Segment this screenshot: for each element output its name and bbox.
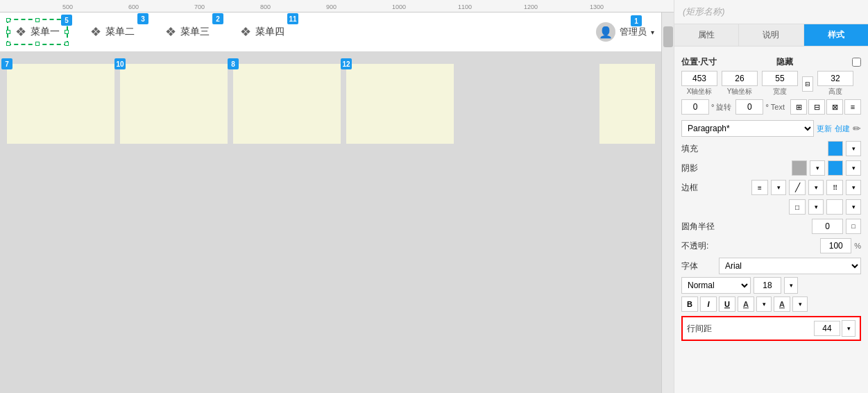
rotation-row: ° 旋转 ° Text ⊞ ⊟ ⊠ ≡	[681, 99, 861, 115]
fill-row: 填充 ▾	[681, 141, 861, 156]
hidden-checkbox[interactable]	[852, 58, 861, 67]
font-color-icon: A	[743, 300, 749, 308]
highlight-icon: A	[779, 300, 785, 308]
position-label: 位置·尺寸	[681, 56, 717, 68]
align-btn-2[interactable]: ⊟	[808, 99, 825, 115]
ruler-mark-800: 800	[260, 3, 271, 10]
pos-x-group: X轴坐标	[681, 71, 717, 97]
content-box-4[interactable]: 12	[346, 64, 454, 144]
highlight-btn[interactable]: A	[774, 296, 790, 312]
corner-radius-dropdown[interactable]: □	[846, 219, 861, 234]
tab-style[interactable]: 样式	[804, 24, 868, 46]
font-color-btn[interactable]: A	[738, 296, 754, 312]
handle-tl	[6, 18, 10, 22]
rot-y-group: ° Text	[735, 99, 785, 115]
update-label[interactable]: 更新	[817, 124, 832, 134]
size-input[interactable]	[754, 277, 781, 294]
linespacing-dropdown[interactable]: ▾	[842, 320, 856, 337]
nav-icon-4: ❖	[240, 24, 251, 40]
font-color-dropdown[interactable]: ▾	[756, 296, 772, 312]
nav-bar: 5 ❖ 菜单一 3 ❖ 菜单二 2 ❖ 菜单三 11	[0, 12, 661, 51]
create-label[interactable]: 创建	[835, 124, 850, 134]
align-btn-4[interactable]: ≡	[844, 99, 861, 115]
ruler: 500 600 700 800 900 1000 1100 1200 1300	[0, 0, 674, 12]
shadow-row: 阴影 ▾ ▾	[681, 160, 861, 176]
deg-symbol: °	[711, 103, 714, 111]
shadow-color1-swatch[interactable]	[792, 160, 807, 176]
rot-x-label: 旋转	[716, 102, 731, 112]
edit-icon[interactable]: ✏	[853, 123, 861, 134]
panel-tabs: 属性 说明 样式	[674, 24, 868, 47]
nav-badge-admin: 1	[631, 15, 642, 26]
rot-y-input[interactable]	[735, 99, 763, 115]
highlight-dropdown[interactable]: ▾	[792, 296, 808, 312]
paragraph-select[interactable]: Paragraph*	[681, 120, 814, 137]
fill-color-swatch[interactable]	[828, 141, 843, 156]
box-badge-1: 7	[1, 58, 12, 69]
panel-content: 位置·尺寸 隐藏 X轴坐标 Y轴坐标 宽度 ⊟	[674, 47, 868, 393]
content-box-2[interactable]: 10	[120, 64, 228, 144]
italic-btn[interactable]: I	[700, 296, 717, 312]
box-badge-3: 8	[228, 58, 239, 69]
content-box-3[interactable]: 8	[233, 64, 341, 144]
admin-chevron-icon: ▾	[651, 28, 654, 36]
content-box-last[interactable]	[599, 64, 655, 144]
font-select[interactable]: Arial	[719, 258, 861, 274]
fill-control: ▾	[828, 141, 861, 156]
opacity-label: 不透明:	[681, 240, 716, 252]
position-row: X轴坐标 Y轴坐标 宽度 ⊟ 高度	[681, 71, 861, 97]
align-btn-3[interactable]: ⊠	[826, 99, 843, 115]
linespacing-input[interactable]	[814, 321, 840, 336]
border-extra-btn[interactable]	[826, 199, 843, 215]
pos-x-label: X轴坐标	[687, 87, 713, 97]
shadow-dropdown2-btn[interactable]: ▾	[846, 160, 861, 176]
border-inner-dropdown[interactable]: ▾	[808, 199, 824, 215]
pos-x-input[interactable]	[681, 71, 717, 86]
font-row: 字体 Arial	[681, 258, 861, 274]
style-select[interactable]: Normal	[681, 277, 751, 294]
pos-w-input[interactable]	[762, 71, 798, 86]
tab-properties[interactable]: 属性	[674, 24, 739, 46]
shadow-color2-swatch[interactable]	[828, 160, 843, 176]
linespacing-label: 行间距	[687, 323, 712, 335]
nav-item-4[interactable]: 11 ❖ 菜单四	[232, 19, 293, 45]
rot-y-label: Text	[771, 103, 785, 111]
scrollbar-thumb[interactable]	[663, 26, 673, 47]
lock-w-button[interactable]: ⊟	[802, 76, 813, 92]
pos-h-input[interactable]	[817, 71, 853, 86]
bold-btn[interactable]: B	[681, 296, 698, 312]
nav-item-2[interactable]: 3 ❖ 菜单二	[82, 19, 143, 45]
admin-area[interactable]: 👤 管理员 ▾	[596, 22, 654, 42]
border-width-btn[interactable]: ⠿	[826, 180, 843, 195]
border-color-dropdown[interactable]: ▾	[808, 180, 824, 195]
rot-x-input[interactable]	[681, 99, 709, 115]
border-extra-dropdown[interactable]: ▾	[846, 199, 861, 215]
border-color-btn[interactable]: ╱	[789, 180, 806, 195]
canvas-area: 500 600 700 800 900 1000 1100 1200 1300	[0, 0, 674, 393]
size-dropdown-btn[interactable]: ▾	[784, 277, 798, 294]
pos-w-label: 宽度	[773, 87, 787, 97]
border-width-dropdown[interactable]: ▾	[846, 180, 861, 195]
shadow-dropdown1-btn[interactable]: ▾	[810, 160, 825, 176]
box-badge-4: 12	[341, 58, 352, 69]
underline-btn[interactable]: U	[719, 296, 735, 312]
content-box-1[interactable]: 7	[7, 64, 114, 144]
border-style-dropdown[interactable]: ▾	[771, 180, 786, 195]
nav-badge-3: 2	[212, 13, 223, 24]
font-label: 字体	[681, 260, 716, 272]
panel-title: (矩形名称)	[674, 0, 868, 24]
align-buttons: ⊞ ⊟ ⊠ ≡	[790, 99, 861, 115]
pos-y-input[interactable]	[722, 71, 758, 86]
handle-br	[65, 42, 69, 46]
opacity-input[interactable]	[820, 238, 851, 253]
nav-item-1[interactable]: 5 ❖ 菜单一	[7, 19, 68, 45]
fill-dropdown-btn[interactable]: ▾	[846, 141, 861, 156]
corner-radius-input[interactable]	[812, 219, 843, 234]
tab-description[interactable]: 说明	[739, 24, 803, 46]
align-btn-1[interactable]: ⊞	[790, 99, 807, 115]
border-style-btn[interactable]: ≡	[751, 180, 768, 195]
scrollbar-vertical[interactable]	[661, 12, 674, 393]
border-inner-btn[interactable]: □	[789, 199, 806, 215]
handle-bm	[35, 42, 40, 46]
nav-item-3[interactable]: 2 ❖ 菜单三	[157, 19, 218, 45]
